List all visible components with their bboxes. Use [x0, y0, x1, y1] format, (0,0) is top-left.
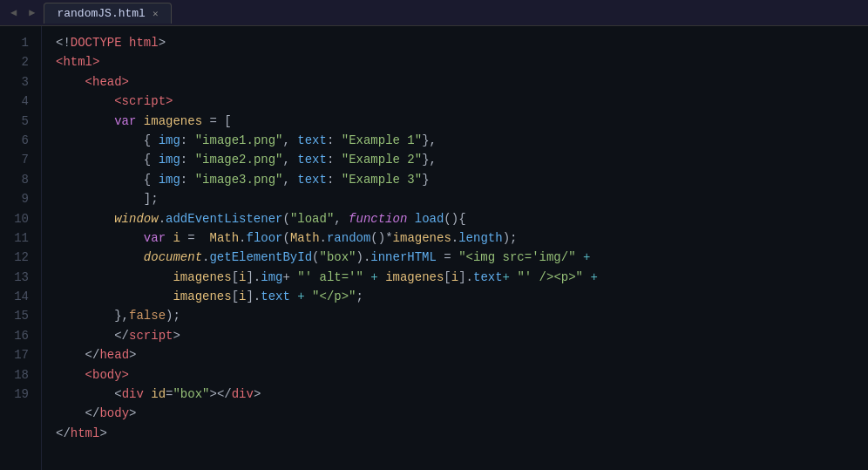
editor-container: 1 2 3 4 5 6 7 8 9 10 11 12 13 14 15 16 1…	[0, 26, 868, 470]
code-line-3: <head>	[56, 72, 868, 92]
line-num-1: 1	[0, 33, 41, 52]
code-content[interactable]: <!DOCTYPE html> <html> <head> <script> v…	[42, 26, 868, 470]
line-num-12: 12	[0, 248, 41, 267]
line-num-10: 10	[0, 209, 41, 228]
code-line-19: </html>	[56, 424, 868, 443]
line-num-6: 6	[0, 131, 41, 150]
code-line-18: </body>	[56, 404, 868, 423]
code-line-10: window.addEventListener("load", function…	[56, 209, 868, 228]
nav-back-icon[interactable]: ◀	[7, 4, 20, 21]
line-num-17: 17	[0, 345, 41, 364]
code-line-17: <div id="box"></div>	[56, 385, 868, 404]
code-line-1: <!DOCTYPE html>	[56, 33, 868, 52]
line-num-7: 7	[0, 150, 41, 169]
code-line-5: var imagenes = [	[56, 112, 868, 131]
line-num-13: 13	[0, 268, 41, 287]
line-num-8: 8	[0, 170, 41, 189]
code-line-7: { img: "image2.png", text: "Example 2"},	[56, 150, 868, 169]
line-numbers: 1 2 3 4 5 6 7 8 9 10 11 12 13 14 15 16 1…	[0, 26, 42, 470]
line-num-16: 16	[0, 326, 41, 345]
line-num-15: 15	[0, 306, 41, 325]
code-line-4: <script>	[56, 92, 868, 111]
code-line-16: <body>	[56, 365, 868, 385]
line-num-19: 19	[0, 385, 41, 404]
line-num-5: 5	[0, 112, 41, 131]
code-line-12b: imagenes[i].img+ "' alt='" + imagenes[i]…	[56, 268, 868, 287]
code-line-9: ];	[56, 189, 868, 208]
code-line-12c: imagenes[i].text + "</p>";	[56, 287, 868, 306]
code-line-11: var i = Math.floor(Math.random()*imagene…	[56, 228, 868, 248]
line-num-4: 4	[0, 92, 41, 111]
line-num-9: 9	[0, 189, 41, 208]
line-num-3: 3	[0, 72, 41, 92]
code-line-13: },false);	[56, 306, 868, 325]
nav-forward-icon[interactable]: ▶	[25, 4, 38, 21]
title-bar: ◀ ▶ randomJS.html ✕	[0, 0, 868, 26]
file-tab[interactable]: randomJS.html ✕	[44, 3, 171, 24]
tab-filename: randomJS.html	[57, 7, 145, 20]
code-line-6: { img: "image1.png", text: "Example 1"},	[56, 131, 868, 150]
code-line-2: <html>	[56, 52, 868, 72]
code-line-12: document.getElementById("box").innerHTML…	[56, 248, 868, 267]
line-num-14: 14	[0, 287, 41, 306]
tab-close-icon[interactable]: ✕	[153, 8, 159, 19]
code-line-8: { img: "image3.png", text: "Example 3"}	[56, 170, 868, 189]
code-line-14: </script>	[56, 326, 868, 345]
line-num-18: 18	[0, 365, 41, 385]
code-line-15: </head>	[56, 345, 868, 364]
line-num-11: 11	[0, 228, 41, 248]
line-num-2: 2	[0, 52, 41, 72]
